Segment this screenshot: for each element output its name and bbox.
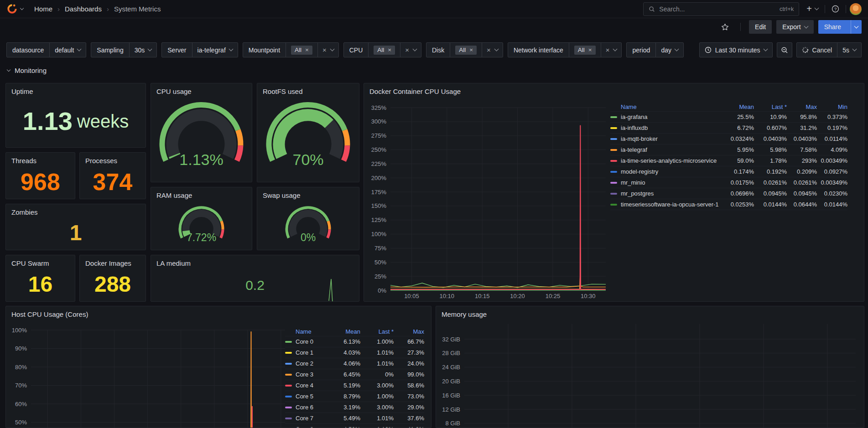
filter-value[interactable]: day — [656, 43, 683, 57]
panel-title[interactable]: Swap usage — [257, 187, 359, 203]
legend-series-name[interactable]: Core 6 — [285, 404, 326, 411]
legend-col-mean[interactable]: Mean — [722, 103, 754, 110]
share-button[interactable]: Share — [818, 20, 862, 34]
legend-series-name[interactable]: ia-time-series-analytics-microservice — [610, 157, 722, 164]
remove-value-icon[interactable]: × — [469, 46, 473, 53]
filter-controls[interactable]: × — [601, 43, 622, 57]
legend-value: 8.79% — [326, 393, 360, 400]
zoom-out-button[interactable] — [777, 42, 792, 57]
panel-title[interactable]: Docker Images — [80, 255, 146, 271]
legend-value: 58.6% — [394, 382, 424, 389]
remove-value-icon[interactable]: × — [388, 46, 391, 53]
legend-series-name[interactable]: Core 5 — [285, 393, 326, 400]
legend-series-name[interactable]: Core 7 — [285, 415, 326, 422]
ram-usage-gauge: 7.72% — [151, 201, 251, 249]
filter-controls[interactable]: × — [317, 43, 338, 57]
remove-value-icon[interactable]: × — [305, 46, 309, 53]
legend-series-name[interactable]: model-registry — [610, 168, 722, 175]
legend-col-name[interactable]: Name — [285, 328, 326, 335]
filter-sampling[interactable]: Sampling30s — [91, 42, 157, 57]
legend-series-name[interactable]: Core 8 — [285, 426, 326, 428]
panel-title[interactable]: Docker Container CPU Usage — [364, 83, 864, 99]
panel-title[interactable]: CPU usage — [151, 83, 252, 99]
filter-value-pill[interactable]: All× — [291, 46, 312, 55]
cancel-refresh-button[interactable]: Cancel — [797, 43, 837, 57]
panel-title[interactable]: RootFS used — [257, 83, 359, 99]
help-icon[interactable]: ? — [829, 2, 842, 16]
breadcrumb-home[interactable]: Home — [34, 5, 52, 13]
filter-value[interactable]: ia-telegraf — [192, 43, 238, 57]
legend-series-name[interactable]: Core 1 — [285, 349, 326, 356]
filter-value[interactable]: default — [50, 43, 86, 57]
refresh-interval-dropdown[interactable]: 5s — [837, 43, 861, 57]
legend-value: 1.78% — [754, 157, 787, 164]
clear-filter-icon[interactable]: × — [606, 46, 610, 54]
legend-series-name[interactable]: ia-telegraf — [610, 146, 722, 153]
filter-value-pill[interactable]: All× — [374, 46, 395, 55]
filter-value[interactable]: All× — [569, 43, 601, 57]
legend-series-name[interactable]: ia-influxdb — [610, 124, 722, 131]
filter-value[interactable]: All× — [369, 43, 400, 57]
panel-title[interactable]: Threads — [6, 153, 75, 169]
star-button[interactable] — [718, 20, 732, 34]
filter-mountpoint[interactable]: MountpointAll×× — [243, 42, 339, 57]
legend-series-name[interactable]: Core 2 — [285, 360, 326, 367]
grafana-logo-icon[interactable] — [6, 3, 18, 15]
clear-filter-icon[interactable]: × — [322, 46, 327, 54]
legend-col-name[interactable]: Name — [610, 103, 722, 110]
filter-value[interactable]: 30s — [130, 43, 157, 57]
remove-value-icon[interactable]: × — [588, 46, 592, 53]
add-button[interactable]: + — [804, 2, 821, 16]
legend-col-last[interactable]: Last * — [754, 103, 787, 110]
filter-period[interactable]: periodday — [626, 42, 684, 57]
filter-network-interface[interactable]: Network interfaceAll×× — [508, 42, 622, 57]
user-avatar[interactable] — [850, 3, 862, 15]
legend-col-mean[interactable]: Mean — [326, 328, 360, 335]
filter-datasource[interactable]: datasourcedefault — [6, 42, 86, 57]
series-color-icon — [285, 385, 292, 387]
legend-col-max[interactable]: Max — [394, 328, 424, 335]
legend-value: 25.5% — [722, 113, 754, 120]
legend-row: Core 36.45%0%99.0% — [285, 369, 424, 380]
stat-value: 968 — [21, 170, 60, 194]
time-range-picker[interactable]: Last 30 minutes — [699, 42, 773, 57]
legend-series-name[interactable]: ia-mqtt-broker — [610, 135, 722, 142]
panel-title[interactable]: Host CPU Usage (Cores) — [6, 306, 431, 322]
legend-col-last[interactable]: Last * — [360, 328, 394, 335]
panel-title[interactable]: Uptime — [6, 83, 146, 99]
search-input[interactable]: Search... ctrl+k — [643, 2, 799, 16]
panel-title[interactable]: Zombies — [6, 204, 146, 220]
filter-controls[interactable]: × — [400, 43, 421, 57]
legend-series-name[interactable]: mr_minio — [610, 179, 722, 186]
filter-value-pill[interactable]: All× — [455, 46, 477, 55]
section-monitoring[interactable]: Monitoring — [7, 67, 47, 74]
filter-value[interactable]: All× — [450, 43, 482, 57]
panel-title[interactable]: Memory usage — [436, 306, 864, 322]
panel-title[interactable]: CPU Swarm — [6, 255, 75, 271]
filter-value[interactable]: All× — [286, 43, 317, 57]
breadcrumb-dashboards[interactable]: Dashboards — [65, 5, 102, 13]
legend-series-name[interactable]: Core 4 — [285, 382, 326, 389]
legend-col-min[interactable]: Min — [817, 103, 847, 110]
panel-title[interactable]: Processes — [80, 153, 146, 169]
legend-row: timeseriessoftware-ia-opcua-server-10.02… — [610, 199, 847, 210]
clear-filter-icon[interactable]: × — [405, 46, 409, 54]
filter-cpu[interactable]: CPUAll×× — [343, 42, 421, 57]
filter-disk[interactable]: DiskAll×× — [426, 42, 503, 57]
filter-server[interactable]: Serveria-telegraf — [161, 42, 238, 57]
legend-col-max[interactable]: Max — [787, 103, 817, 110]
legend-series-name[interactable]: Core 3 — [285, 371, 326, 378]
clear-filter-icon[interactable]: × — [487, 46, 491, 54]
legend-series-name[interactable]: timeseriessoftware-ia-opcua-server-1 — [610, 201, 722, 208]
filter-controls[interactable]: × — [482, 43, 503, 57]
legend-value: 3.00% — [360, 404, 394, 411]
filter-value-pill[interactable]: All× — [574, 46, 596, 55]
panel-title[interactable]: LA medium — [151, 255, 359, 271]
legend-series-name[interactable]: Core 0 — [285, 338, 326, 345]
export-button[interactable]: Export — [776, 20, 813, 34]
panel-title[interactable]: RAM usage — [151, 187, 252, 203]
edit-button[interactable]: Edit — [749, 20, 772, 34]
org-switcher-chevron-icon[interactable] — [20, 6, 24, 10]
legend-series-name[interactable]: mr_postgres — [610, 190, 722, 197]
legend-series-name[interactable]: ia-grafana — [610, 113, 722, 120]
